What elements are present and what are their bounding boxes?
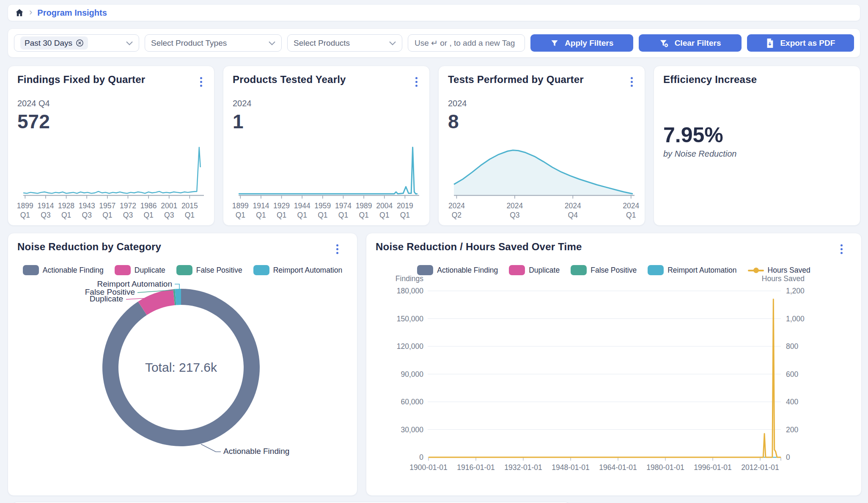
slice-callout-label: Duplicate <box>90 294 123 303</box>
kebab-menu-icon[interactable] <box>838 243 845 256</box>
tag-input[interactable] <box>408 34 525 52</box>
apply-filters-label: Apply Filters <box>565 39 613 48</box>
card-title: Efficiency Increase <box>663 74 757 86</box>
pdf-file-icon <box>766 39 774 48</box>
breadcrumb: › Program Insights <box>8 4 860 21</box>
legend-item[interactable]: Reimport Automation <box>648 265 736 275</box>
y-left-tick-label: 60,000 <box>401 398 423 406</box>
x-tick-label: 1989 Q1 <box>356 202 372 220</box>
y-left-tick-label: 0 <box>419 453 423 462</box>
y-right-tick-label: 200 <box>786 426 798 434</box>
x-tick-label: 1943 Q3 <box>79 202 95 220</box>
legend-swatch <box>571 265 587 275</box>
chevron-down-icon <box>126 39 133 47</box>
timeseries-legend: Actionable FindingDuplicateFalse Positiv… <box>366 265 861 275</box>
efficiency-note: by Noise Reduction <box>663 149 851 159</box>
products-select[interactable]: Select Products <box>287 34 402 52</box>
x-tick-label: 2019 Q1 <box>397 202 413 220</box>
x-tick-label: 2004 Q1 <box>376 202 393 220</box>
x-tick-label: 2024 Q3 <box>506 202 523 220</box>
legend-item[interactable]: Duplicate <box>509 265 560 275</box>
filter-icon <box>550 39 559 47</box>
bottom-charts-row: Noise Reduction by Category Actionable F… <box>8 233 860 496</box>
remove-date-filter-icon[interactable] <box>76 39 84 47</box>
x-tick-label: 1944 Q1 <box>294 202 310 220</box>
x-tick-label: 1899 Q1 <box>232 202 249 220</box>
legend-swatch <box>648 265 664 275</box>
apply-filters-button[interactable]: Apply Filters <box>530 34 633 52</box>
y-right-tick-label: 1,200 <box>786 287 805 295</box>
card-tests-performed: Tests Performed by Quarter 2024 8 2024 Q… <box>438 66 645 226</box>
x-tick-label: 1974 Q1 <box>335 202 352 220</box>
stat-subtitle: 2024 <box>448 99 635 108</box>
legend-item[interactable]: Hours Saved <box>748 265 810 275</box>
legend-item[interactable]: False Positive <box>571 265 637 275</box>
legend-label: Duplicate <box>135 266 165 275</box>
area-fill <box>454 150 633 195</box>
date-range-select[interactable]: Past 30 Days <box>14 34 139 52</box>
slice-callout-label: Actionable Finding <box>223 447 289 456</box>
x-tick-label: 1900-01-01 <box>409 463 448 472</box>
legend-label: Reimport Automation <box>273 266 342 275</box>
clear-filters-button[interactable]: Clear Filters <box>639 34 741 52</box>
legend-item[interactable]: Actionable Finding <box>23 265 104 275</box>
legend-item[interactable]: Reimport Automation <box>253 265 342 275</box>
card-products-tested: Products Tested Yearly 2024 1 1899 Q1191… <box>223 66 430 226</box>
legend-label: False Positive <box>591 266 637 275</box>
card-title: Noise Reduction by Category <box>17 241 161 253</box>
donut-center-label: Total: 217.6k <box>145 360 217 374</box>
stat-value: 572 <box>17 110 205 133</box>
y-right-axis-title: Hours Saved <box>762 275 805 283</box>
product-types-placeholder: Select Product Types <box>151 39 227 48</box>
donut-chart: Total: 217.6kReimport AutomationFalse Po… <box>8 275 358 487</box>
card-title: Products Tested Yearly <box>233 74 346 86</box>
products-placeholder: Select Products <box>294 39 350 48</box>
callout-line <box>201 444 221 452</box>
kebab-menu-icon[interactable] <box>413 75 420 88</box>
legend-label: False Positive <box>196 266 242 275</box>
clear-filters-label: Clear Filters <box>675 39 721 48</box>
x-tick-label: 2015 Q1 <box>181 202 198 220</box>
slice-callout-label: Reimport Automation <box>97 279 172 288</box>
breadcrumb-current[interactable]: Program Insights <box>37 8 107 18</box>
x-axis-labels: 1899 Q11914 Q11929 Q11944 Q11959 Q11974 … <box>233 202 420 221</box>
x-tick-label: 1948-01-01 <box>552 463 590 472</box>
legend-swatch <box>176 265 192 275</box>
x-tick-label: 1914 Q1 <box>253 202 269 220</box>
area-chart <box>448 145 635 201</box>
legend-item[interactable]: False Positive <box>176 265 242 275</box>
kebab-menu-icon[interactable] <box>334 243 341 256</box>
x-tick-label: 1899 Q1 <box>17 202 33 220</box>
kebab-menu-icon[interactable] <box>198 75 205 88</box>
efficiency-value: 7.95% <box>663 123 851 147</box>
chevron-down-icon <box>269 39 275 47</box>
legend-item[interactable]: Duplicate <box>115 265 165 275</box>
home-icon[interactable] <box>15 8 24 17</box>
legend-swatch <box>509 265 525 275</box>
export-pdf-label: Export as PDF <box>780 39 835 48</box>
y-left-tick-label: 90,000 <box>401 370 423 379</box>
y-left-tick-label: 30,000 <box>401 426 423 434</box>
legend-swatch <box>23 265 39 275</box>
x-tick-label: 1932-01-01 <box>504 463 542 472</box>
export-pdf-button[interactable]: Export as PDF <box>747 34 854 52</box>
kebab-menu-icon[interactable] <box>628 75 635 88</box>
x-tick-label: 1957 Q1 <box>99 202 115 220</box>
legend-label: Duplicate <box>529 266 560 275</box>
legend-label: Actionable Finding <box>437 266 498 275</box>
y-right-tick-label: 600 <box>786 370 798 379</box>
legend-swatch <box>115 265 131 275</box>
stat-value: 8 <box>448 110 635 133</box>
y-left-tick-label: 150,000 <box>397 315 424 323</box>
x-tick-label: 2024 Q1 <box>623 202 639 220</box>
card-findings-fixed: Findings Fixed by Quarter 2024 Q4 572 18… <box>8 66 214 226</box>
y-right-tick-label: 1,000 <box>786 315 805 323</box>
product-types-select[interactable]: Select Product Types <box>145 34 282 52</box>
x-tick-label: 1928 Q1 <box>58 202 74 220</box>
donut-legend: Actionable FindingDuplicateFalse Positiv… <box>8 265 357 275</box>
dashboard-page: › Program Insights Past 30 Days Select P… <box>0 0 868 503</box>
x-tick-label: 1916-01-01 <box>457 463 495 472</box>
legend-item[interactable]: Actionable Finding <box>417 265 498 275</box>
timeseries-chart: 180,0001,200150,0001,000120,00080090,000… <box>366 275 861 478</box>
legend-label: Reimport Automation <box>667 266 736 275</box>
